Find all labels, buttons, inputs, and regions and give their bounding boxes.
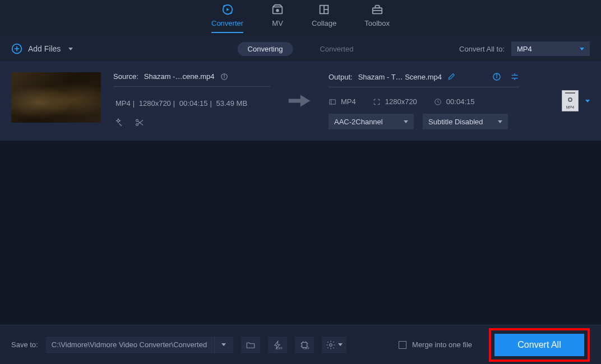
gpu-button[interactable]: OFF [295,337,314,353]
svg-text:OFF: OFF [276,347,283,350]
source-filename: Shazam -…cene.mp4 [144,72,215,81]
output-meta: MP4 1280x720 00:04:15 [329,97,519,106]
save-to-label: Save to: [11,340,38,349]
clock-icon [434,98,442,106]
chevron-down-icon[interactable] [585,100,590,102]
nav-tabs: Converter MV Collage Toolbox [211,3,390,33]
save-path-text: C:\Vidmore\Vidmore Video Converter\Conve… [52,340,207,349]
add-files-label: Add Files [28,44,61,53]
convert-all-highlight: Convert All [489,328,590,362]
source-resolution: 1280x720 [137,99,173,108]
star-wand-icon[interactable] [113,118,123,128]
svg-point-16 [136,124,138,126]
tab-converter[interactable]: Converter [211,3,243,33]
output-format-group: MP4 [329,97,356,106]
tab-mv-label: MV [272,19,283,27]
chevron-down-icon [68,48,73,50]
pencil-icon[interactable] [447,73,455,81]
output-duration-group: 00:04:15 [434,97,475,106]
arrow-column [283,93,316,109]
convert-all-to-select[interactable]: MP4 [511,41,590,56]
file-row: Source: Shazam -…cene.mp4 MP4| 1280x720|… [0,61,601,141]
merge-group: Merge into one file [399,340,472,349]
profile-thumbnail[interactable]: MP4 [562,90,579,111]
tab-toolbox[interactable]: Toolbox [364,3,390,33]
source-meta: MP4| 1280x720| 00:04:15| 53.49 MB [113,99,270,108]
svg-point-15 [136,119,138,122]
gear-icon [326,340,336,350]
compress-icon[interactable] [510,72,519,81]
source-title-row: Source: Shazam -…cene.mp4 [113,72,270,87]
video-thumbnail[interactable] [11,72,101,123]
output-column: Output: Shazam - T… Scene.mp4 MP4 1280x7… [329,72,519,129]
output-label: Output: [329,73,353,81]
subtitle-select[interactable]: Subtitle Disabled [423,114,508,129]
source-label: Source: [113,72,138,81]
folder-icon [246,340,256,350]
mv-icon [271,3,284,16]
convert-all-to-group: Convert All to: MP4 [459,41,590,56]
plus-circle-icon [11,43,22,54]
output-format: MP4 [341,97,356,106]
titlebar: Converter MV Collage Toolbox [0,0,601,36]
info-circle-icon[interactable] [492,72,501,81]
source-format: MP4 [113,99,133,108]
lightning-off-icon: OFF [272,340,283,350]
audio-select-value: AAC-2Channel [334,118,383,126]
save-path-field[interactable]: C:\Vidmore\Vidmore Video Converter\Conve… [46,337,214,353]
film-icon [329,98,336,106]
output-resolution-group: 1280x720 [373,97,417,106]
toolbox-icon [371,3,383,16]
output-filename: Shazam - T… Scene.mp4 [358,73,442,81]
output-selects: AAC-2Channel Subtitle Disabled [329,114,519,129]
settings-button[interactable] [322,337,346,353]
status-tabs: Converting Converted [238,42,364,56]
svg-point-13 [224,74,224,75]
merge-checkbox[interactable] [399,341,406,349]
chevron-down-icon [580,48,584,50]
profile-format-label: MP4 [566,105,574,109]
chevron-down-icon [221,343,226,346]
source-column: Source: Shazam -…cene.mp4 MP4| 1280x720|… [113,72,270,128]
svg-line-14 [119,124,122,127]
merge-label: Merge into one file [412,340,472,349]
subtitle-select-value: Subtitle Disabled [428,118,483,126]
toolbar: Add Files Converting Converted Convert A… [0,36,601,61]
info-icon[interactable] [220,73,228,81]
svg-point-21 [496,74,497,75]
svg-rect-24 [330,99,336,104]
tab-mv[interactable]: MV [271,3,284,33]
output-duration: 00:04:15 [446,97,475,106]
browse-folder-button[interactable] [241,337,260,353]
svg-point-30 [329,343,332,346]
tab-converter-label: Converter [211,19,243,27]
convert-all-button[interactable]: Convert All [494,334,584,356]
hardware-accel-button[interactable]: OFF [268,337,287,353]
pill-converted[interactable]: Converted [309,42,363,56]
source-actions [113,118,270,128]
save-path-dropdown[interactable] [214,337,233,353]
source-duration: 00:04:15 [177,99,210,108]
collage-icon [318,3,330,16]
svg-text:OFF: OFF [303,347,309,350]
convert-all-to-value: MP4 [517,45,532,53]
chevron-down-icon [498,120,502,123]
expand-icon [373,98,381,106]
pill-converting[interactable]: Converting [238,42,293,56]
bottom-bar: Save to: C:\Vidmore\Vidmore Video Conver… [0,325,601,364]
svg-point-2 [276,10,279,12]
tab-collage[interactable]: Collage [312,3,336,33]
output-resolution: 1280x720 [385,97,417,106]
converter-icon [221,3,234,16]
chevron-down-icon [404,120,408,123]
source-size: 53.49 MB [214,99,249,108]
tab-toolbox-label: Toolbox [364,19,390,27]
add-files-button[interactable]: Add Files [11,43,73,54]
audio-select[interactable]: AAC-2Channel [329,114,414,129]
chip-off-icon: OFF [299,340,309,350]
scissors-icon[interactable] [135,118,145,128]
convert-all-label: Convert All [517,340,561,350]
tab-collage-label: Collage [312,19,336,27]
convert-all-to-label: Convert All to: [459,45,505,53]
output-title-row: Output: Shazam - T… Scene.mp4 [329,72,519,87]
